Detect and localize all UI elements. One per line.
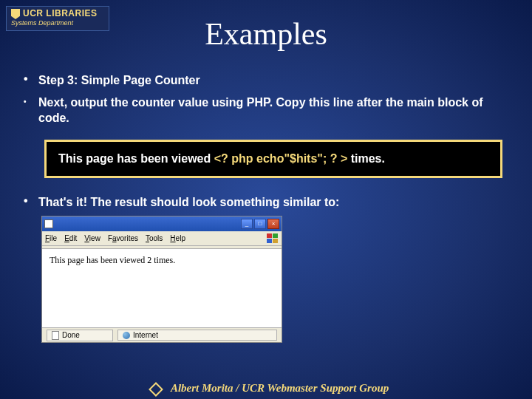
status-zone-text: Internet (133, 331, 158, 339)
bullet-result-text: That's it! The result should look someth… (38, 194, 508, 211)
logo-sub-text: Systems Department (11, 20, 104, 27)
windows-flag-icon (267, 233, 279, 244)
menu-view[interactable]: View (84, 234, 100, 242)
code-suffix: times. (347, 152, 385, 165)
document-icon (52, 331, 59, 340)
code-prefix: This page has been viewed (58, 152, 214, 165)
internet-icon (123, 332, 130, 339)
bullet-step-text: Step 3: Simple Page Counter (38, 72, 508, 89)
browser-titlebar: _ □ × (42, 216, 282, 231)
shield-icon (11, 9, 20, 19)
diamond-icon (149, 382, 163, 397)
menu-file[interactable]: File (45, 234, 57, 242)
menu-help[interactable]: Help (170, 234, 185, 242)
close-button[interactable]: × (267, 219, 279, 229)
logo-main-text: UCR LIBRARIES (23, 8, 98, 18)
bullet-result: • That's it! The result should look some… (24, 194, 508, 211)
status-done-pane: Done (47, 330, 113, 341)
browser-menubar: File Edit View Favorites Tools Help (42, 231, 282, 246)
browser-body-text: This page has been viewed 2 times. (50, 255, 175, 265)
bullet-instruction-text: Next, output the counter value using PHP… (38, 95, 508, 126)
bullet-step: • Step 3: Simple Page Counter (24, 72, 508, 89)
footer-text: Albert Morita / UCR Webmaster Support Gr… (171, 382, 389, 394)
menu-edit[interactable]: Edit (64, 234, 77, 242)
browser-statusbar: Done Internet (42, 327, 282, 342)
menu-favorites[interactable]: Favorites (108, 234, 138, 242)
bullet-instruction: • Next, output the counter value using P… (24, 95, 508, 126)
status-zone-pane: Internet (117, 330, 277, 341)
maximize-button[interactable]: □ (254, 219, 266, 229)
slide-footer: Albert Morita / UCR Webmaster Support Gr… (0, 382, 532, 395)
minimize-button[interactable]: _ (241, 219, 253, 229)
code-php-snippet: <? php echo"$hits"; ? > (214, 152, 348, 165)
menu-tools[interactable]: Tools (146, 234, 163, 242)
page-icon (44, 219, 53, 228)
status-done-text: Done (62, 331, 80, 339)
ucr-libraries-logo: UCR LIBRARIES Systems Department (6, 6, 109, 31)
browser-body: This page has been viewed 2 times. (42, 249, 282, 327)
code-example-box: This page has been viewed <? php echo"$h… (44, 140, 502, 178)
browser-window-mock: _ □ × File Edit View Favorites Tools Hel… (41, 216, 282, 343)
